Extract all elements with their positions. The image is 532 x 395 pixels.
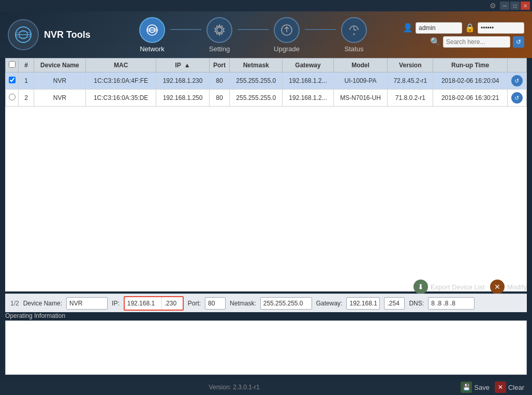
row-ip: 192.168.1.230 [156,72,209,90]
search-input[interactable] [443,36,510,48]
row-mac: 1C:C3:16:0A:35:DE [85,90,156,107]
row-checkbox[interactable] [9,77,16,83]
header-netmask: Netmask [230,58,283,72]
row-port: 80 [209,90,229,107]
device-name-input[interactable] [66,297,108,310]
header-device-name: Device Name [34,58,86,72]
maximize-button[interactable]: □ [510,2,520,10]
row-action-cell[interactable]: ↺ [507,72,526,90]
row-mac: 1C:C3:16:0A:4F:FE [85,72,156,90]
user-credentials-row: 👤 🔒 [403,22,524,34]
title-bar: ⚙ ─ □ ✕ [0,0,532,11]
row-model: UI-1009-PA [333,72,388,90]
header-port: Port [209,58,229,72]
row-checkbox-cell[interactable] [6,72,19,90]
row-num: 2 [19,90,34,107]
table-row[interactable]: 1 NVR 1C:C3:16:0A:4F:FE 192.168.1.230 80… [6,72,527,90]
row-netmask: 255.255.255.0 [230,72,283,90]
nav-label-status: Status [345,45,364,53]
ip-part2-input[interactable] [162,297,183,310]
clear-label: Clear [508,384,524,391]
search-refresh-button[interactable]: ↺ [513,36,524,48]
save-button[interactable]: 💾 Save [461,382,490,393]
nav-connector-2 [238,29,269,30]
settings-gear-icon[interactable]: ⚙ [490,2,496,10]
version-label: Version: 2.3.0.1-r1 [209,384,260,391]
row-refresh-button[interactable]: ↺ [511,75,523,86]
nav-label-upgrade: Upgrade [274,45,300,53]
select-all-checkbox[interactable] [9,61,16,68]
user-icon: 👤 [403,23,413,33]
ip-part1-input[interactable] [125,297,161,310]
nav-label-setting: Setting [209,45,230,53]
row-runtime: 2018-02-06 16:30:21 [433,90,508,107]
nav-item-status[interactable]: Status [336,17,372,53]
svg-point-12 [353,33,355,35]
setting-icon-circle [206,17,232,43]
header-model: Model [333,58,388,72]
network-icon-circle [139,17,165,43]
modify-label: Modify [507,283,527,291]
row-action-cell[interactable]: ↺ [507,90,526,107]
device-count: 1/2 [10,300,19,307]
ip-group [124,296,184,311]
netmask-label: Netmask: [230,300,256,307]
nav-connector-3 [305,29,336,30]
save-icon: 💾 [461,382,472,393]
gateway-part1-input[interactable] [346,297,380,310]
username-input[interactable] [416,22,462,34]
header-mac: MAC [85,58,156,72]
search-icon: 🔍 [430,37,440,47]
device-name-label: Device Name: [23,300,62,307]
row-refresh-button[interactable]: ↺ [511,92,523,104]
header-version: Version [388,58,433,72]
row-gateway: 192.168.1.2... [283,72,333,90]
header-num: # [19,58,34,72]
search-row: 🔍 ↺ [430,36,524,48]
row-device-name: NVR [34,72,86,90]
table-row[interactable]: 2 NVR 1C:C3:16:0A:35:DE 192.168.1.250 80… [6,90,527,107]
row-ip: 192.168.1.250 [156,90,209,107]
main-content: # Device Name MAC IP ▲ Port Netmask Gate… [5,58,527,291]
svg-point-8 [217,27,222,33]
netmask-input[interactable] [260,297,312,310]
row-checkbox-cell[interactable] [6,90,19,107]
row-runtime: 2018-02-06 16:20:04 [433,72,508,90]
export-device-list-button[interactable]: ⬇ Export Device List [413,280,485,294]
device-table: # Device Name MAC IP ▲ Port Netmask Gate… [5,58,527,107]
save-label: Save [474,384,490,391]
clear-button[interactable]: ✕ Clear [495,382,524,393]
row-version: 71.8.0.2-r1 [388,90,433,107]
header: NVR Tools Network S [0,11,532,58]
nav-connector-1 [170,29,201,30]
modify-icon: ✕ [490,280,505,294]
row-num: 1 [19,72,34,90]
download-icon: ⬇ [413,280,428,294]
dns-label: DNS: [409,300,424,307]
footer: Version: 2.3.0.1-r1 💾 Save ✕ Clear [0,379,532,395]
row-gateway: 192.168.1.2... [283,90,333,107]
user-area: 👤 🔒 🔍 ↺ [403,22,532,48]
header-runtime: Run-up Time [433,58,508,72]
gateway-part2-input[interactable] [384,297,405,310]
header-gateway: Gateway [283,58,333,72]
row-version: 72.8.45.2-r1 [388,72,433,90]
nav-item-upgrade[interactable]: Upgrade [269,17,305,53]
port-input[interactable] [205,297,226,310]
row-checkbox[interactable] [9,94,16,100]
table-header-row: # Device Name MAC IP ▲ Port Netmask Gate… [6,58,527,72]
port-label: Port: [188,300,201,307]
dns-input[interactable] [428,297,475,310]
nav-item-network[interactable]: Network [134,17,170,53]
row-model: MS-N7016-UH [333,90,388,107]
clear-icon: ✕ [495,382,506,393]
nav-item-setting[interactable]: Setting [201,17,238,53]
upgrade-icon-circle [274,17,300,43]
operating-info: Operating Information [5,312,527,379]
modify-button[interactable]: ✕ Modify [490,280,527,294]
header-checkbox-col [6,58,19,72]
export-label: Export Device List [431,283,485,291]
password-input[interactable] [478,22,524,34]
close-button[interactable]: ✕ [521,2,530,10]
minimize-button[interactable]: ─ [500,2,509,10]
